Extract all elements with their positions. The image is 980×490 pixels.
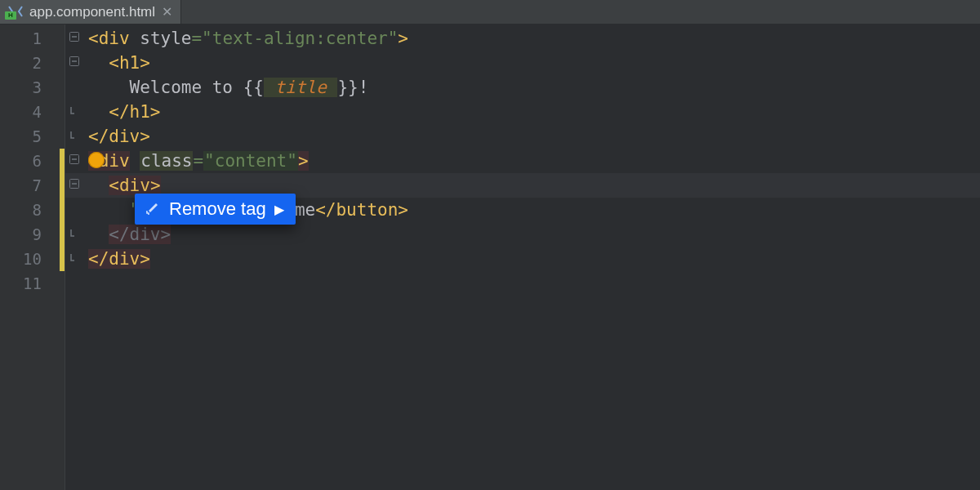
code-text: </div> [65, 222, 171, 247]
code-line[interactable]: <h1> [65, 51, 980, 75]
code-line[interactable]: <div style="text-align:center"> [65, 26, 980, 51]
edit-icon [145, 201, 161, 217]
fold-end-icon [69, 227, 80, 238]
file-type-badge: H [5, 11, 16, 20]
fold-collapse-icon[interactable] [69, 56, 80, 67]
line-number: 5 [0, 124, 65, 149]
fold-end-icon [69, 129, 80, 140]
code-line[interactable]: </div> [65, 222, 980, 247]
fold-end-icon [69, 252, 80, 263]
code-line[interactable]: <div class="content"> [65, 149, 980, 173]
code-text: Welcome to {{ title }}! [65, 75, 368, 100]
intention-bulb-icon[interactable] [88, 152, 105, 168]
line-number: 7 [0, 173, 65, 198]
tab-filename: app.component.html [29, 4, 155, 20]
line-number: 4 [0, 100, 65, 124]
line-number: 9 [0, 222, 65, 247]
line-number: 1 [0, 26, 65, 51]
code-editor[interactable]: 1234567891011 <div style="text-align:cen… [0, 24, 980, 490]
line-number: 8 [0, 198, 65, 222]
line-number-gutter: 1234567891011 [0, 24, 65, 490]
code-area[interactable]: <div style="text-align:center"> <h1> Wel… [65, 24, 980, 490]
submenu-chevron-icon: ▶ [274, 202, 284, 217]
code-line[interactable]: </h1> [65, 100, 980, 124]
code-line[interactable]: </div> [65, 247, 980, 271]
fold-collapse-icon[interactable] [69, 154, 80, 165]
intention-popup[interactable]: Remove tag ▶ [135, 194, 296, 225]
code-line[interactable] [65, 271, 980, 296]
tab-bar: H app.component.html ✕ [0, 0, 980, 24]
line-number: 2 [0, 51, 65, 75]
file-tab[interactable]: H app.component.html ✕ [0, 0, 181, 24]
code-line[interactable]: Welcome to {{ title }}! [65, 75, 980, 100]
line-number: 3 [0, 75, 65, 100]
fold-end-icon [69, 105, 80, 116]
line-number: 11 [0, 271, 65, 296]
html-file-icon: H [5, 5, 23, 20]
code-line[interactable]: </div> [65, 124, 980, 149]
code-text: <div style="text-align:center"> [65, 26, 408, 51]
close-tab-icon[interactable]: ✕ [162, 4, 172, 20]
line-number: 10 [0, 247, 65, 271]
line-number: 6 [0, 149, 65, 173]
fold-collapse-icon[interactable] [69, 31, 80, 42]
popup-label: Remove tag [169, 198, 266, 220]
fold-collapse-icon[interactable] [69, 178, 80, 189]
